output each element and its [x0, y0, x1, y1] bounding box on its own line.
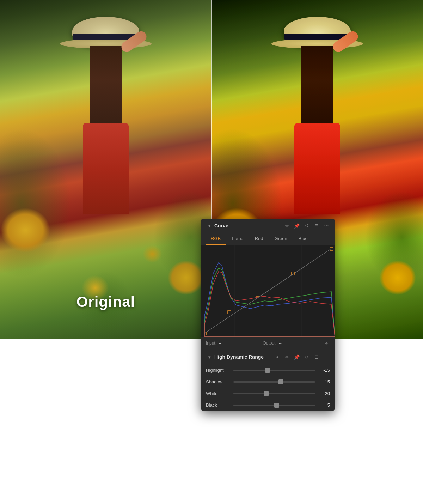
hdr-pin-icon[interactable]: 📌 [293, 353, 300, 360]
curve-more-icon[interactable]: ··· [323, 222, 330, 229]
curve-pin-icon[interactable]: 📌 [293, 222, 300, 229]
curve-undo-icon[interactable]: ↺ [303, 222, 310, 229]
hdr-collapse-icon[interactable]: ▾ [206, 353, 213, 360]
curve-title: Curve [214, 223, 283, 229]
person-silhouette-left [67, 17, 145, 221]
curve-pencil-icon[interactable]: ✏ [283, 222, 290, 229]
dress-left [83, 123, 129, 214]
highlight-row: Highlight -15 [201, 364, 335, 376]
black-track[interactable] [233, 405, 315, 406]
curve-tabs: RGB Luma Red Green Blue [201, 233, 335, 245]
hdr-more-icon[interactable]: ··· [323, 353, 330, 360]
tab-rgb[interactable]: RGB [206, 233, 226, 245]
black-label: Black [206, 402, 230, 408]
curve-svg [201, 245, 335, 337]
dress-right [294, 123, 340, 214]
hdr-wand-icon[interactable]: ✦ [274, 353, 281, 360]
input-value: -- [219, 341, 221, 346]
white-thumb[interactable] [264, 391, 269, 396]
highlight-value: -15 [319, 368, 330, 373]
input-label: Input: [206, 341, 216, 346]
curve-header-icons: ✏ 📌 ↺ ☰ ··· [283, 222, 330, 229]
white-row: White -20 [201, 388, 335, 399]
curve-menu-icon[interactable]: ☰ [313, 222, 320, 229]
io-row: Input: -- Output: -- ⌖ [201, 337, 335, 350]
output-section: Output: -- [263, 341, 281, 346]
hdr-header-icons: ✦ ✏ 📌 ↺ ☰ ··· [274, 353, 330, 360]
shadow-row: Shadow 15 [201, 376, 335, 388]
panel: ▾ Curve ✏ 📌 ↺ ☰ ··· RGB Luma Red Green B… [201, 219, 335, 411]
tab-luma[interactable]: Luma [227, 233, 249, 245]
white-label: White [206, 391, 230, 396]
white-value: -20 [319, 391, 330, 396]
shadow-thumb[interactable] [278, 379, 283, 384]
curve-chart [201, 245, 335, 337]
tab-red[interactable]: Red [250, 233, 268, 245]
black-thumb[interactable] [274, 403, 279, 408]
svg-rect-9 [256, 293, 259, 296]
tab-blue[interactable]: Blue [294, 233, 313, 245]
shadow-value: 15 [319, 379, 330, 384]
svg-rect-8 [228, 311, 231, 314]
hdr-undo-icon[interactable]: ↺ [303, 353, 310, 360]
tab-green[interactable]: Green [270, 233, 292, 245]
white-track[interactable] [233, 393, 315, 394]
shadow-label: Shadow [206, 379, 230, 384]
input-section: Input: -- [206, 341, 221, 346]
svg-rect-11 [330, 247, 333, 250]
shadow-track[interactable] [233, 381, 315, 383]
curve-collapse-icon[interactable]: ▾ [206, 222, 213, 229]
output-value: -- [279, 341, 282, 346]
hdr-title: High Dynamic Range [214, 354, 274, 360]
highlight-thumb[interactable] [265, 368, 270, 373]
hdr-section-header: ▾ High Dynamic Range ✦ ✏ 📌 ↺ ☰ ··· [201, 350, 335, 364]
person-silhouette-right [278, 17, 356, 221]
output-label: Output: [263, 341, 276, 346]
original-photo: Original [0, 0, 212, 339]
black-value: 5 [319, 402, 330, 408]
eyedropper-icon[interactable]: ⌖ [323, 340, 330, 347]
highlight-track[interactable] [233, 370, 315, 371]
black-row: Black 5 [201, 399, 335, 411]
hdr-menu-icon[interactable]: ☰ [313, 353, 320, 360]
hdr-pencil-icon[interactable]: ✏ [283, 353, 290, 360]
highlight-label: Highlight [206, 368, 230, 373]
original-label: Original [76, 293, 135, 310]
curve-section-header: ▾ Curve ✏ 📌 ↺ ☰ ··· [201, 219, 335, 233]
